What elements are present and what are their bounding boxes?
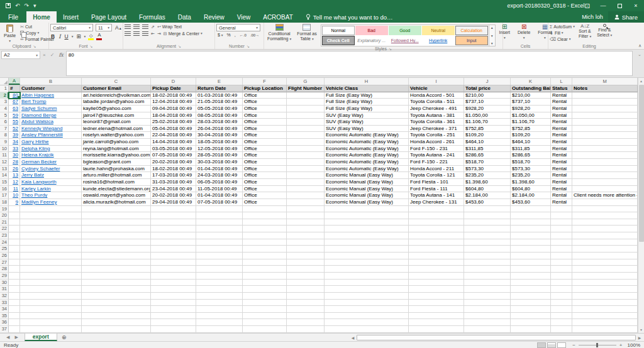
cell-A18[interactable]: 9 bbox=[9, 199, 20, 206]
cell-A32[interactable] bbox=[9, 293, 20, 300]
cell-F24[interactable] bbox=[243, 239, 287, 246]
cell-F6[interactable]: Office bbox=[243, 119, 287, 126]
cell-B31[interactable] bbox=[20, 286, 82, 293]
cell-D31[interactable] bbox=[151, 286, 196, 293]
cell-C14[interactable]: arturo.miller@hotmail.com bbox=[82, 172, 151, 179]
decrease-decimal-button[interactable]: .00→ bbox=[250, 33, 259, 37]
cell-E3[interactable]: 21-05-2018 00:49 bbox=[196, 99, 243, 106]
scroll-down-icon[interactable]: ▼ bbox=[638, 327, 644, 333]
cell-M26[interactable] bbox=[572, 253, 638, 259]
cell-F17[interactable]: Office bbox=[243, 192, 287, 199]
cell-K3[interactable]: $737,10 bbox=[511, 99, 551, 106]
cell-H4[interactable]: Full Size (Easy Way) bbox=[325, 106, 409, 112]
row-header-15[interactable]: 15 bbox=[0, 179, 9, 186]
cell-L25[interactable] bbox=[551, 246, 572, 253]
cell-E26[interactable] bbox=[196, 253, 243, 259]
cell-B16[interactable]: Karley Larkin bbox=[20, 186, 82, 193]
accounting-format-button[interactable]: $ ▾ bbox=[218, 33, 223, 37]
cell-F29[interactable] bbox=[243, 273, 287, 280]
column-header-G[interactable]: G bbox=[287, 78, 325, 85]
cell-D37[interactable] bbox=[151, 326, 196, 333]
cell-J10[interactable]: $311,85 bbox=[464, 146, 511, 153]
cell-G2[interactable] bbox=[287, 92, 325, 99]
cell-C3[interactable]: labadie.jordan@yahoo.com bbox=[82, 99, 151, 106]
cell-F15[interactable]: Office bbox=[243, 179, 287, 186]
scroll-up-icon[interactable]: ▲ bbox=[638, 78, 644, 84]
cell-E34[interactable] bbox=[196, 306, 243, 313]
cell-L4[interactable]: Rental bbox=[551, 106, 572, 112]
cell-K34[interactable] bbox=[511, 306, 551, 313]
cell-M5[interactable] bbox=[572, 112, 638, 119]
cell-G33[interactable] bbox=[287, 300, 325, 307]
cell-D26[interactable] bbox=[151, 253, 196, 259]
cell-E12[interactable]: 30-03-2018 00:49 bbox=[196, 159, 243, 166]
cell-F11[interactable]: Office bbox=[243, 152, 287, 159]
cell-A33[interactable] bbox=[9, 300, 20, 307]
cell-M4[interactable] bbox=[572, 106, 638, 112]
cell-E15[interactable]: 06-05-2018 00:49 bbox=[196, 179, 243, 186]
increase-decimal-button[interactable]: ←.0 bbox=[240, 33, 247, 37]
cell-M8[interactable] bbox=[572, 132, 638, 139]
cell-D4[interactable]: 09-04-2018 00:49 bbox=[151, 106, 196, 112]
cell-E13[interactable]: 01-04-2018 00:49 bbox=[196, 166, 243, 173]
vertical-scrollbar[interactable]: ▲ ▼ bbox=[638, 78, 644, 333]
cell-C29[interactable] bbox=[82, 273, 151, 280]
cell-M11[interactable] bbox=[572, 152, 638, 159]
cell-D12[interactable]: 20-02-2018 00:49 bbox=[151, 159, 196, 166]
select-all-corner[interactable] bbox=[0, 78, 9, 85]
cell-E10[interactable]: 12-05-2018 00:49 bbox=[196, 146, 243, 153]
wrap-text-button[interactable]: ↩Wrap Text bbox=[157, 24, 182, 30]
cell-style-explanatory[interactable]: Explanatory ... bbox=[355, 36, 388, 45]
cell-L32[interactable] bbox=[551, 293, 572, 300]
cell-I21[interactable] bbox=[409, 219, 464, 226]
save-icon[interactable] bbox=[6, 3, 11, 8]
cell-style-input[interactable]: Input bbox=[455, 36, 488, 45]
cell-D15[interactable]: 31-03-2018 00:49 bbox=[151, 179, 196, 186]
cell-C18[interactable]: alicia.murazik@hotmail.com bbox=[82, 199, 151, 206]
cell-style-check-cell[interactable]: Check Cell bbox=[322, 36, 355, 45]
number-format-select[interactable]: General▾ bbox=[216, 24, 260, 31]
cell-K18[interactable]: $453,60 bbox=[511, 199, 551, 206]
cell-C34[interactable] bbox=[82, 306, 151, 313]
cell-D23[interactable] bbox=[151, 232, 196, 239]
confirm-entry-icon[interactable]: ✓ bbox=[50, 52, 55, 58]
clipboard-dialog-launcher[interactable]: ↘ bbox=[33, 44, 36, 48]
cell-F30[interactable] bbox=[243, 280, 287, 286]
cell-J11[interactable]: $286,65 bbox=[464, 152, 511, 159]
cell-M1[interactable]: Notes bbox=[572, 85, 638, 92]
cell-I17[interactable]: Toyota Autana - 141 bbox=[409, 192, 464, 199]
cell-style-followed-hy[interactable]: Followed Hy... bbox=[389, 36, 421, 45]
cell-B29[interactable] bbox=[20, 273, 82, 280]
cell-K11[interactable]: $286,65 bbox=[511, 152, 551, 159]
cell-I20[interactable] bbox=[409, 212, 464, 219]
zoom-out-button[interactable]: − bbox=[572, 342, 575, 348]
cell-B14[interactable]: Jerry Batz bbox=[20, 172, 82, 179]
cell-E29[interactable] bbox=[196, 273, 243, 280]
cell-A6[interactable]: 55 bbox=[9, 119, 20, 126]
fill-color-button[interactable]: ◇ bbox=[88, 33, 94, 40]
cell-D14[interactable]: 17-03-2018 00:49 bbox=[151, 172, 196, 179]
cell-C23[interactable] bbox=[82, 232, 151, 239]
column-header-J[interactable]: J bbox=[464, 78, 511, 85]
bottom-align-icon[interactable] bbox=[142, 24, 148, 30]
ribbon-tab-acrobat[interactable]: ACROBAT bbox=[257, 11, 299, 23]
cell-M32[interactable] bbox=[572, 293, 638, 300]
cell-J14[interactable]: $235,20 bbox=[464, 172, 511, 179]
cell-C4[interactable]: kaylie05@yahoo.com bbox=[82, 106, 151, 112]
cell-A14[interactable]: 13 bbox=[9, 172, 20, 179]
cell-L5[interactable]: Rental bbox=[551, 112, 572, 119]
page-layout-view-button[interactable] bbox=[547, 342, 556, 348]
cell-F9[interactable]: Office bbox=[243, 139, 287, 146]
cell-J17[interactable]: $2.184,00 bbox=[464, 192, 511, 199]
cell-I4[interactable]: Jeep Cherokee - 491 bbox=[409, 106, 464, 112]
cell-A10[interactable]: 33 bbox=[9, 146, 20, 153]
cell-J27[interactable] bbox=[464, 259, 511, 266]
row-header-30[interactable]: 30 bbox=[0, 280, 9, 286]
cell-H21[interactable] bbox=[325, 219, 409, 226]
cell-H35[interactable] bbox=[325, 313, 409, 320]
cell-K25[interactable] bbox=[511, 246, 551, 253]
cell-A8[interactable]: 39 bbox=[9, 132, 20, 139]
cell-A35[interactable] bbox=[9, 313, 20, 320]
cell-I10[interactable]: Ford F-150 - 231 bbox=[409, 146, 464, 153]
cell-M21[interactable] bbox=[572, 219, 638, 226]
